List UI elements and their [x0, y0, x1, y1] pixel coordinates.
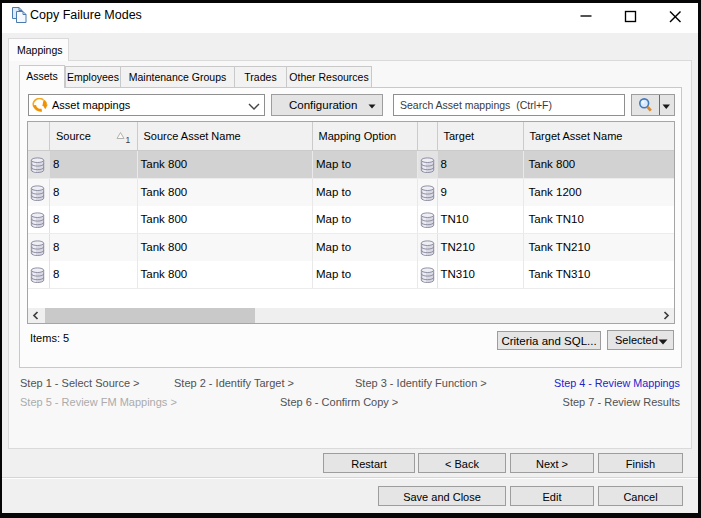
svg-text:1: 1: [126, 135, 131, 145]
